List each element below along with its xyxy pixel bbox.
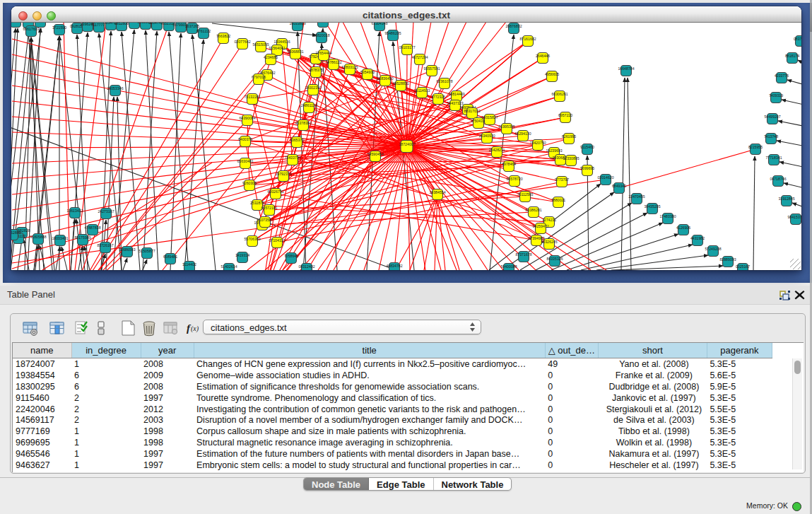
svg-text:02077642: 02077642 xyxy=(234,40,250,44)
svg-text:5354930: 5354930 xyxy=(360,70,375,74)
svg-text:19239693: 19239693 xyxy=(546,148,562,153)
svg-text:3274231: 3274231 xyxy=(542,218,556,222)
svg-text:56515055: 56515055 xyxy=(252,42,269,47)
svg-text:55706360: 55706360 xyxy=(244,237,260,241)
svg-text:22470455: 22470455 xyxy=(628,194,645,199)
svg-text:93557591: 93557591 xyxy=(423,66,440,71)
svg-text:1637265: 1637265 xyxy=(185,24,199,28)
svg-text:65294130: 65294130 xyxy=(514,132,531,136)
svg-text:93814449: 93814449 xyxy=(448,92,464,96)
svg-text:27654444: 27654444 xyxy=(315,51,331,55)
svg-text:54499207: 54499207 xyxy=(764,115,780,119)
svg-text:4365370: 4365370 xyxy=(290,138,304,142)
svg-text:9773797: 9773797 xyxy=(555,177,569,182)
svg-text:26114913: 26114913 xyxy=(414,88,430,93)
svg-text:8215955: 8215955 xyxy=(748,145,763,149)
svg-text:19792376: 19792376 xyxy=(275,172,291,176)
svg-text:98415377: 98415377 xyxy=(787,215,801,219)
svg-text:77718341: 77718341 xyxy=(765,156,782,160)
svg-text:81086201: 81086201 xyxy=(525,208,541,212)
svg-text:88317010: 88317010 xyxy=(464,109,480,113)
svg-text:13613412: 13613412 xyxy=(66,209,83,213)
svg-text:84335326: 84335326 xyxy=(546,257,563,261)
svg-text:34786122: 34786122 xyxy=(325,60,341,64)
svg-text:50326245: 50326245 xyxy=(541,240,557,244)
svg-text:25428211: 25428211 xyxy=(489,148,505,152)
svg-text:24861114: 24861114 xyxy=(301,103,317,107)
svg-text:87161682: 87161682 xyxy=(519,37,536,41)
svg-text:29053346: 29053346 xyxy=(107,86,123,90)
svg-text:9699695: 9699695 xyxy=(580,166,594,170)
svg-text:57249208: 57249208 xyxy=(705,247,721,251)
svg-text:3114402: 3114402 xyxy=(182,262,196,267)
svg-text:7058649: 7058649 xyxy=(284,254,298,258)
svg-text:04718746: 04718746 xyxy=(770,177,786,181)
svg-text:8261995: 8261995 xyxy=(562,134,576,139)
svg-text:07104319: 07104319 xyxy=(269,238,285,243)
svg-text:44834782: 44834782 xyxy=(386,264,402,268)
svg-text:18002390: 18002390 xyxy=(305,86,321,90)
svg-text:18724007: 18724007 xyxy=(399,142,415,146)
svg-text:9260309: 9260309 xyxy=(242,181,257,185)
svg-text:4956605: 4956605 xyxy=(545,72,559,76)
svg-text:47887838: 47887838 xyxy=(84,226,100,230)
svg-text:0837407: 0837407 xyxy=(794,37,801,41)
svg-text:83726167: 83726167 xyxy=(97,243,113,247)
svg-text:6761222: 6761222 xyxy=(196,29,211,33)
svg-text:56068831: 56068831 xyxy=(287,49,303,54)
svg-text:0025167: 0025167 xyxy=(736,264,750,269)
svg-text:01995305: 01995305 xyxy=(498,124,514,129)
svg-text:1419314: 1419314 xyxy=(235,253,249,257)
svg-text:50400088: 50400088 xyxy=(500,264,517,269)
svg-text:99315827: 99315827 xyxy=(481,115,498,119)
svg-text:6957220: 6957220 xyxy=(558,113,572,117)
svg-text:73420750: 73420750 xyxy=(529,141,546,145)
svg-text:66617603: 66617603 xyxy=(23,27,39,31)
svg-text:7880021: 7880021 xyxy=(551,198,565,202)
svg-text:4126906: 4126906 xyxy=(676,226,690,230)
svg-text:4333776: 4333776 xyxy=(775,74,789,78)
svg-text:02014620: 02014620 xyxy=(597,175,613,180)
svg-text:76112565: 76112565 xyxy=(517,192,534,197)
svg-text:45378383: 45378383 xyxy=(295,121,311,125)
svg-text:09103177: 09103177 xyxy=(399,45,415,49)
svg-text:54590454: 54590454 xyxy=(367,152,383,156)
svg-text:6589481: 6589481 xyxy=(163,255,177,259)
svg-text:6797016: 6797016 xyxy=(252,75,266,79)
svg-text:66578720: 66578720 xyxy=(506,177,522,181)
svg-text:30435205: 30435205 xyxy=(644,204,660,209)
svg-text:95486205: 95486205 xyxy=(384,31,401,35)
svg-text:4234685: 4234685 xyxy=(264,55,278,59)
svg-text:94259472: 94259472 xyxy=(532,224,548,228)
svg-text:08312402: 08312402 xyxy=(298,264,314,269)
svg-text:60026751: 60026751 xyxy=(267,189,283,194)
svg-text:82889093: 82889093 xyxy=(719,257,736,262)
svg-text:91564041: 91564041 xyxy=(269,46,285,50)
svg-text:28820018: 28820018 xyxy=(313,33,329,37)
svg-text:87371678: 87371678 xyxy=(515,252,531,257)
svg-text:3878375: 3878375 xyxy=(309,68,323,72)
svg-text:51402614: 51402614 xyxy=(220,264,237,269)
svg-text:6978464: 6978464 xyxy=(502,162,516,166)
svg-text:16648784: 16648784 xyxy=(618,66,634,71)
svg-text:73132281: 73132281 xyxy=(244,95,260,99)
svg-text:19384554: 19384554 xyxy=(429,190,445,194)
svg-text:8818174: 8818174 xyxy=(785,54,799,58)
svg-text:66836450: 66836450 xyxy=(377,76,393,81)
svg-text:12330805: 12330805 xyxy=(563,156,579,160)
svg-text:61073587: 61073587 xyxy=(257,218,273,222)
svg-text:31912845: 31912845 xyxy=(778,197,794,201)
svg-text:3721590: 3721590 xyxy=(52,25,66,30)
svg-text:46727204: 46727204 xyxy=(411,55,428,59)
svg-text:62361078: 62361078 xyxy=(436,79,452,83)
svg-text:49528831: 49528831 xyxy=(392,81,408,86)
svg-text:2646446: 2646446 xyxy=(536,54,550,58)
svg-text:65572101: 65572101 xyxy=(261,206,277,210)
svg-text:91805888: 91805888 xyxy=(30,235,46,239)
svg-text:9115460: 9115460 xyxy=(580,145,594,149)
svg-text:2532870: 2532870 xyxy=(250,201,264,205)
svg-text:7663822: 7663822 xyxy=(216,34,230,38)
svg-text:7409319: 7409319 xyxy=(769,93,783,98)
svg-text:7413748: 7413748 xyxy=(764,134,778,139)
svg-text:18033401: 18033401 xyxy=(52,236,68,240)
